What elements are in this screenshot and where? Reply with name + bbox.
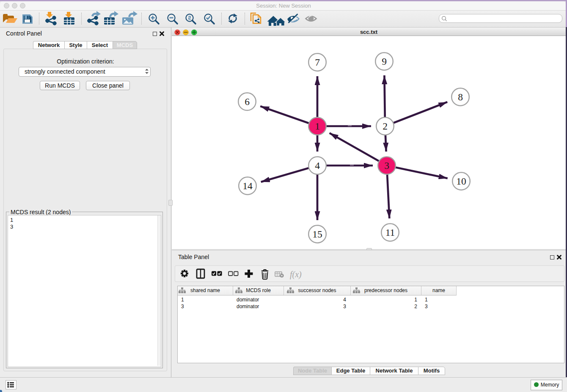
svg-text:7: 7 [315, 57, 320, 68]
svg-text:4: 4 [315, 160, 320, 171]
svg-text:3: 3 [384, 160, 389, 171]
svg-text:8: 8 [458, 91, 463, 102]
svg-text:11: 11 [385, 227, 395, 238]
svg-text:2: 2 [383, 121, 388, 132]
svg-text:10: 10 [456, 176, 466, 187]
svg-text:14: 14 [242, 180, 253, 191]
svg-text:f(x): f(x) [290, 270, 302, 279]
svg-text:15: 15 [312, 229, 322, 240]
svg-text:6: 6 [245, 96, 250, 107]
svg-text:9: 9 [382, 56, 387, 67]
svg-text:1: 1 [315, 121, 320, 132]
